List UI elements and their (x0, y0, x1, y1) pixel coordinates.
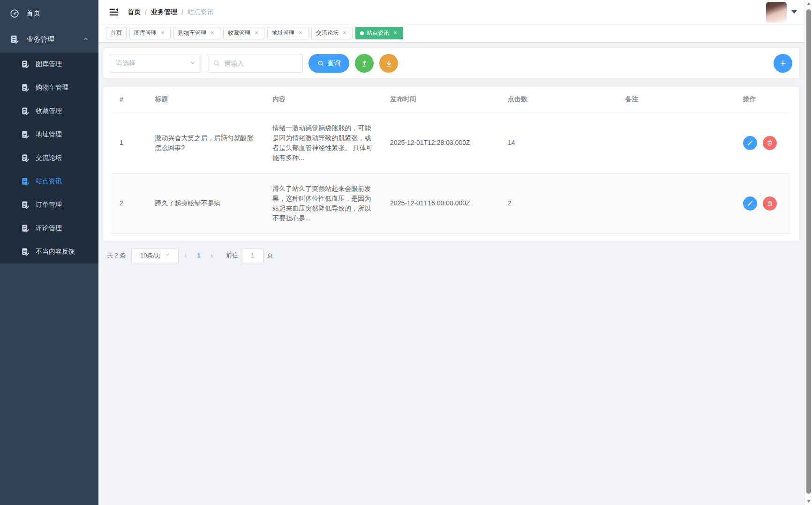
sidebar-item-favorites[interactable]: 收藏管理 (0, 99, 98, 123)
cell-remark (617, 113, 735, 173)
chevron-down-icon (165, 252, 170, 259)
cell-content: 情绪一激动感觉脑袋胀胀的，可能是因为情绪激动导致的肌紧张，或者是头部血管神经性紧… (264, 113, 382, 173)
add-button[interactable]: + (774, 54, 792, 73)
caret-down-icon[interactable] (791, 10, 797, 14)
close-icon[interactable]: × (253, 27, 260, 39)
search-button[interactable]: 查询 (308, 54, 349, 73)
scroll-down-icon (807, 500, 811, 503)
sidebar-item-forum[interactable]: 交流论坛 (0, 146, 98, 170)
breadcrumb-separator: / (181, 8, 183, 16)
search-icon (317, 60, 324, 67)
close-icon[interactable]: × (341, 27, 348, 39)
close-icon[interactable]: × (297, 27, 304, 39)
menu-fold-icon[interactable] (109, 7, 119, 17)
tab-label: 首页 (111, 27, 122, 39)
upload-icon (361, 60, 368, 68)
tab-address[interactable]: 地址管理 × (267, 27, 308, 39)
select-placeholder: 请选择 (116, 59, 135, 68)
trash-icon (767, 200, 773, 207)
prev-page-button[interactable]: ‹ (179, 252, 192, 259)
sidebar-item-gallery[interactable]: 图库管理 (0, 53, 98, 76)
sidebar-item-label: 地址管理 (36, 130, 62, 139)
chevron-up-icon (83, 36, 89, 44)
document-icon (21, 60, 30, 69)
page-unit-label: 页 (267, 251, 273, 260)
tab-label: 购物车管理 (178, 27, 206, 39)
breadcrumb-current: 站点资讯 (188, 8, 214, 16)
document-icon (21, 247, 30, 256)
document-icon (21, 83, 30, 92)
goto-page-input[interactable] (242, 248, 263, 263)
sidebar-item-orders[interactable]: 订单管理 (0, 193, 98, 217)
sidebar-item-label: 不当内容反馈 (36, 248, 75, 256)
sidebar-item-site-news[interactable]: 站点资讯 (0, 170, 98, 193)
sidebar-item-address[interactable]: 地址管理 (0, 123, 98, 146)
close-icon[interactable]: × (392, 27, 398, 39)
upload-button[interactable] (355, 54, 374, 73)
sidebar-item-home[interactable]: 首页 (0, 0, 98, 26)
breadcrumb-business[interactable]: 业务管理 (151, 8, 177, 16)
edit-button[interactable] (743, 196, 757, 211)
main-area: 首页 / 业务管理 / 站点资讯 首页 图库管理 × 购物车管理 × (98, 0, 804, 505)
tab-forum[interactable]: 交流论坛 × (311, 27, 353, 39)
column-header-index: # (111, 87, 146, 113)
scrollbar-thumb[interactable] (806, 9, 811, 494)
cell-clicks: 14 (499, 113, 617, 173)
sidebar-item-comments[interactable]: 评论管理 (0, 217, 98, 240)
goto-label: 前往 (226, 251, 238, 260)
data-table-card: # 标题 内容 发布时间 点击数 备注 操作 1 激动兴奋大笑之后，后脑勺就酸胀 (103, 87, 799, 241)
search-button-label: 查询 (327, 59, 340, 68)
tab-home[interactable]: 首页 (106, 27, 127, 39)
document-icon (21, 177, 30, 186)
breadcrumb-separator: / (145, 8, 147, 16)
sidebar-item-label: 交流论坛 (36, 154, 62, 162)
sidebar-item-cart[interactable]: 购物车管理 (0, 76, 98, 99)
document-icon (21, 130, 30, 139)
tab-cart[interactable]: 购物车管理 × (173, 27, 220, 39)
table-row: 1 激动兴奋大笑之后，后脑勺就酸胀怎么回事? 情绪一激动感觉脑袋胀胀的，可能是因… (111, 113, 791, 173)
delete-button[interactable] (763, 196, 777, 211)
sidebar-item-label: 图库管理 (36, 60, 62, 68)
plus-icon: + (780, 58, 786, 68)
table-row: 2 蹲久了起身眩晕不是病 蹲久了站久了突然站起来会眼前发黑，这种叫体位性低血压，… (111, 173, 791, 234)
app-window: 首页 业务管理 图库管理 购物车管理 (0, 0, 812, 505)
column-header-content: 内容 (264, 87, 382, 113)
tab-site-news[interactable]: 站点资讯 × (355, 27, 403, 39)
sidebar-item-label: 首页 (26, 9, 40, 18)
page-size-value: 10条/页 (140, 251, 161, 260)
tabs-bar: 首页 图库管理 × 购物车管理 × 收藏管理 × 地址管理 × 交流论坛 × (98, 24, 804, 43)
search-input[interactable] (224, 60, 297, 67)
cell-index: 2 (111, 173, 146, 234)
scrollbar-up-button[interactable] (805, 0, 812, 8)
edit-pencil-icon (747, 140, 753, 146)
user-avatar[interactable] (766, 2, 787, 23)
cell-title: 蹲久了起身眩晕不是病 (146, 173, 264, 234)
next-page-button[interactable]: › (205, 252, 218, 259)
trash-icon (767, 140, 773, 146)
data-table: # 标题 内容 发布时间 点击数 备注 操作 1 激动兴奋大笑之后，后脑勺就酸胀 (111, 87, 791, 234)
document-icon (9, 34, 20, 45)
document-icon (21, 224, 30, 233)
sidebar-item-inappropriate-feedback[interactable]: 不当内容反馈 (0, 240, 98, 264)
edit-button[interactable] (743, 136, 757, 150)
tab-gallery[interactable]: 图库管理 × (129, 27, 171, 39)
cell-publish-time: 2025-12-01T16:00:00.000Z (382, 173, 499, 234)
edit-pencil-icon (747, 200, 753, 207)
breadcrumb-home[interactable]: 首页 (128, 8, 141, 16)
delete-button[interactable] (763, 136, 777, 150)
tab-label: 收藏管理 (228, 27, 250, 39)
sidebar-item-label: 评论管理 (36, 224, 62, 233)
pagination: 共 2 条 10条/页 ‹ 1 › 前往 页 (107, 248, 799, 263)
filter-select[interactable]: 请选择 (110, 54, 202, 73)
pagination-total: 共 2 条 (107, 251, 126, 260)
tab-favorites[interactable]: 收藏管理 × (223, 27, 264, 39)
scrollbar-down-button[interactable] (805, 497, 812, 505)
current-page[interactable]: 1 (192, 252, 205, 259)
sidebar-item-business[interactable]: 业务管理 (0, 26, 98, 53)
download-button[interactable] (379, 54, 398, 73)
column-header-title: 标题 (146, 87, 264, 113)
close-icon[interactable]: × (209, 27, 216, 39)
close-icon[interactable]: × (159, 27, 166, 39)
page-size-select[interactable]: 10条/页 (131, 248, 179, 263)
window-scrollbar[interactable] (804, 0, 812, 505)
